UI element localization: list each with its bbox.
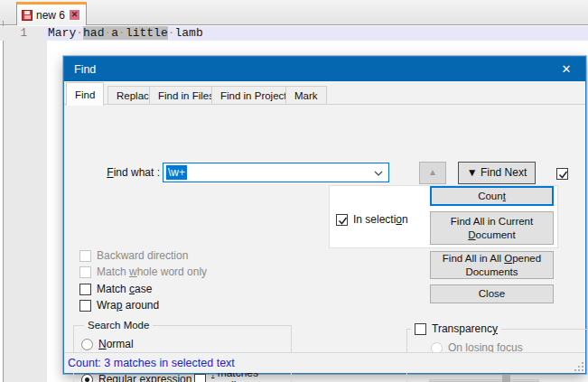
transparency-checkbox[interactable]	[415, 323, 426, 335]
find-what-combobox[interactable]: \w+	[163, 163, 389, 182]
transparency-slider-thumb	[502, 375, 510, 382]
screenshot-root: new 6 ✕ 1 Mary·had·a·little·lamb Find ✕ …	[0, 0, 588, 382]
match-case-option[interactable]: Match case	[79, 283, 152, 295]
wrap-around-checkbox[interactable]	[79, 300, 91, 312]
match-case-label: Match case	[97, 283, 152, 295]
dialog-title-bar: Find	[64, 57, 585, 81]
in-selection-label: In selection	[353, 213, 408, 226]
find-all-opened-button[interactable]: Find All in All Opened Documents	[430, 251, 554, 279]
selected-text: a	[111, 26, 118, 40]
chevron-down-icon[interactable]	[374, 169, 383, 178]
find-what-label: Find what :	[91, 166, 160, 179]
whitespace-dot: ·	[76, 26, 83, 40]
tab-close-icon[interactable]: ✕	[69, 9, 80, 21]
dialog-close-icon[interactable]: ✕	[547, 57, 585, 81]
find-dialog: Find ✕ Find Replace Find in Files Find i…	[63, 56, 586, 374]
whitespace-dot: ·	[118, 26, 126, 40]
selected-text: had	[83, 26, 104, 40]
normal-label: Normal	[98, 338, 134, 350]
unsaved-floppy-icon	[22, 10, 33, 21]
regex-label: Regular expression	[98, 373, 191, 382]
in-selection-option[interactable]: In selection	[336, 213, 408, 226]
search-mode-title: Search Mode	[84, 320, 153, 331]
find-next-button[interactable]: ▼ Find Next	[458, 162, 536, 184]
dialog-title: Find	[74, 63, 96, 76]
find-tab-page: Find what : \w+ ▲ ▼ Find Next Count In s…	[64, 105, 585, 352]
text-segment: lamb	[175, 26, 203, 40]
resize-grip[interactable]	[573, 360, 583, 371]
wrap-around-option[interactable]: Wrap around	[79, 299, 159, 312]
find-all-current-button[interactable]: Find All in Current Document	[430, 211, 554, 245]
dot-matches-newline-checkbox[interactable]	[194, 374, 206, 382]
tab-mark[interactable]: Mark	[285, 86, 327, 105]
text-segment: Mary	[48, 26, 76, 40]
find-next-toggle-checkbox[interactable]	[556, 168, 568, 180]
regex-radio[interactable]	[81, 374, 93, 382]
find-what-value: \w+	[166, 165, 187, 180]
backward-direction-option: Backward direction	[79, 249, 188, 262]
status-message: Count: 3 matches in selected text	[68, 357, 235, 369]
dialog-tab-strip: Find Replace Find in Files Find in Proje…	[64, 81, 585, 105]
dot-matches-newline-option[interactable]: . matches newline	[194, 373, 291, 382]
editor-tab-title: new 6	[36, 9, 65, 22]
normal-radio[interactable]	[81, 339, 93, 350]
whole-word-checkbox	[79, 266, 91, 278]
in-selection-checkbox[interactable]	[336, 214, 348, 226]
transparency-option[interactable]: Transparency	[411, 322, 501, 335]
close-button[interactable]: Close	[430, 284, 554, 303]
count-button[interactable]: Count	[430, 186, 554, 206]
line-number: 1	[0, 26, 43, 41]
tab-find[interactable]: Find	[66, 82, 104, 106]
whitespace-dot: ·	[168, 26, 175, 40]
whole-word-option: Match whole word only	[79, 266, 207, 278]
wrap-around-label: Wrap around	[97, 299, 159, 312]
backward-direction-checkbox	[79, 250, 91, 262]
line-number-gutter	[4, 26, 47, 382]
editor-tab-bar: new 6 ✕	[0, 0, 588, 25]
backward-direction-label: Backward direction	[97, 249, 188, 262]
code-line[interactable]: Mary·had·a·little·lamb	[48, 26, 203, 41]
match-case-checkbox[interactable]	[79, 284, 91, 295]
find-prev-button[interactable]: ▲	[419, 162, 446, 184]
selected-text: little	[126, 26, 168, 40]
transparency-label: Transparency	[432, 322, 498, 335]
dialog-status-bar: Count: 3 matches in selected text	[64, 352, 585, 373]
normal-mode-option[interactable]: Normal	[81, 338, 134, 350]
editor-tab-new6[interactable]: new 6 ✕	[16, 2, 87, 25]
direction-toggle-row	[556, 167, 568, 180]
regex-mode-option[interactable]: Regular expression	[81, 373, 191, 382]
whole-word-label: Match whole word only	[97, 266, 207, 278]
